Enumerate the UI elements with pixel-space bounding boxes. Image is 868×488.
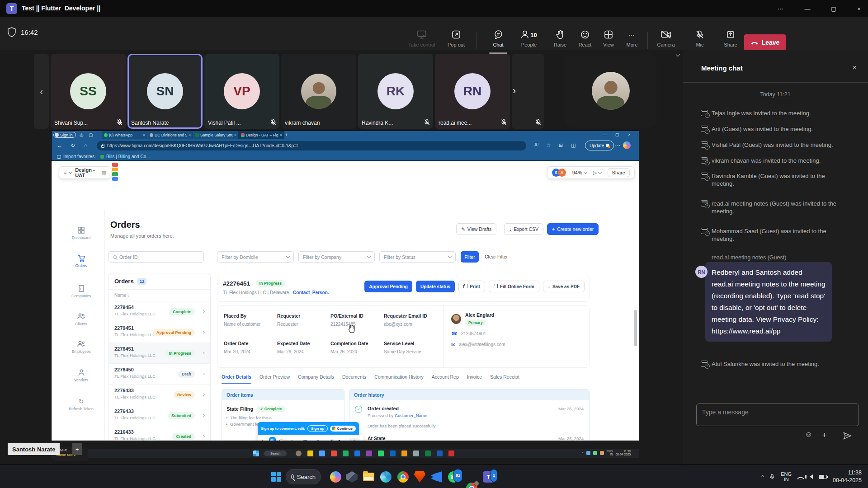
order-row[interactable]: 2276433 TL Flex Holdings LLC Submitted › [109,405,210,426]
tab-documents[interactable]: Documents [342,374,366,384]
mini-app-icon[interactable] [366,450,372,456]
order-row-selected[interactable]: 2276451 TL Flex Holdings LLC In Progress… [109,343,210,364]
tab-communication-history[interactable]: Communication History [374,374,424,384]
taskbar-clock[interactable]: 11:38 08-04-2025 [833,469,862,484]
clear-filter-button[interactable]: Clear Filter [485,254,508,259]
mini-avatar-icon[interactable] [296,450,302,456]
spotlight-tile[interactable] [565,54,656,127]
camera-options-chevron[interactable] [676,50,679,58]
sidebar-item-dashboard[interactable]: Dashboard [57,227,105,240]
tab-order-preview[interactable]: Order Preview [259,374,290,384]
approval-pending-button[interactable]: Approval Pending [364,281,412,292]
mini-app-icon[interactable] [319,450,325,456]
brave-icon[interactable] [414,471,425,483]
mini-app-icon[interactable] [448,450,454,456]
chat-message-bubble[interactable]: Redberyl and Santosh added read.ai meeti… [705,262,832,342]
filter-domicile-select[interactable]: Filter by Domicile [217,251,294,263]
sidebar-item-clients[interactable]: Clients [57,313,105,326]
chevron-down-icon[interactable] [311,439,314,441]
attach-plus-icon[interactable]: + [822,430,827,440]
view-drafts-button[interactable]: ✎ View Drafts [456,223,496,235]
chevron-down-icon[interactable] [297,439,300,441]
tab-sales-receipt[interactable]: Sales Receipt [490,374,519,384]
chat-message-input[interactable]: Type a message [696,404,859,426]
tab-close-icon[interactable]: × [234,133,236,137]
sidebar-item-companies[interactable]: Companies [57,285,105,298]
browser-tab-whatsapp[interactable]: (6) WhatsApp × [102,131,147,139]
volume-icon[interactable] [810,474,813,479]
bills-favorite-link[interactable]: Bills | Billing and Co... [100,154,150,159]
fill-online-form-button[interactable]: Fill Online Form [489,281,539,292]
mini-app-icon[interactable] [331,450,337,456]
language-indicator[interactable]: ENG IN [781,471,792,482]
leave-button[interactable]: Leave [744,34,786,51]
order-row[interactable]: 2279454 TL Flex Holdings LLC Complete › [109,301,210,322]
sidebar-item-employees[interactable]: Employees [57,341,105,354]
mini-start-icon[interactable] [253,450,259,456]
participant-tile[interactable]: VP Vishal Patil ... [204,54,279,129]
chat-close-icon[interactable]: × [853,63,857,71]
tab-invoice[interactable]: Invoice [467,374,482,384]
tab-actions-icon[interactable]: ◎ [80,132,84,137]
people-button[interactable]: 10 People [514,29,543,47]
browser-signin-button[interactable]: Sign in [53,132,76,138]
page-scrollbar[interactable] [634,310,637,346]
tab-close-icon[interactable]: × [280,133,282,137]
comment-tool-icon[interactable] [279,439,283,441]
take-control-button[interactable]: Take control [407,29,436,47]
import-favorites-button[interactable]: Import favorites [57,154,94,159]
mic-button[interactable]: Mic [685,29,714,47]
hand-tool-icon[interactable] [269,437,276,441]
export-csv-button[interactable]: ↓ Export CSV [504,223,543,235]
back-icon[interactable]: ← [57,142,62,149]
browser-close-button[interactable]: × [624,131,634,138]
gem-app-icon[interactable] [346,471,358,483]
collections-icon[interactable]: ⊞ [559,142,563,148]
share-button[interactable]: Share [716,29,745,47]
order-row[interactable]: 2216433 TL Flex Holdings LLC Created › [109,426,210,441]
vscode-icon[interactable] [431,471,442,483]
chrome-profile-icon[interactable] [466,483,477,488]
filter-company-select[interactable]: Filter by Company [298,251,375,263]
settings-dots-icon[interactable]: ⋯ [615,142,620,149]
save-as-pdf-button[interactable]: ↓ Save as PDF [543,281,585,292]
mini-tray-icon[interactable] [593,451,597,455]
mini-app-icon[interactable] [307,450,313,456]
edge-icon[interactable] [380,471,392,483]
mini-app-icon[interactable] [378,450,384,456]
figma-zoom-control[interactable]: 94% [572,170,587,175]
mini-app-icon[interactable] [343,450,349,456]
figma-present-button[interactable]: ▷ [593,170,601,176]
more-button[interactable]: ⋯ More [618,29,646,47]
tab-company-details[interactable]: Company Details [298,374,334,384]
vertical-tabs-icon[interactable]: ▢ [89,132,93,137]
figma-file-name[interactable]: Design - UAT [75,167,98,178]
print-button[interactable]: Print [458,281,485,292]
order-row[interactable]: 2276433 TL Flex Holdings LLC Review › [109,385,210,405]
tab-order-details[interactable]: Order Details [222,374,251,384]
browser-tab-figma-active[interactable]: Design - UAT – Figma × [239,131,284,139]
browser-maximize-button[interactable]: ▢ [612,131,622,138]
mini-app-icon[interactable] [401,450,407,456]
order-row[interactable]: 2276450 TL Flex Holdings LLC Draft › [109,364,210,385]
customer-name-link[interactable]: Customer_Name [395,413,427,418]
sidebar-item-vendors[interactable]: Vendors [57,369,105,382]
teams-taskbar-icon[interactable]: T 1 [483,471,494,483]
components-icon[interactable]: ❖ [337,439,341,441]
new-tab-button[interactable]: + [285,132,288,137]
start-button[interactable] [271,472,281,482]
tiles-scroll-left-button[interactable]: ‹ [34,54,49,129]
window-close-button[interactable]: × [850,0,868,17]
mini-tray-icon[interactable] [586,451,590,455]
url-input[interactable]: https://www.figma.com/design/9BKQ0FOHRWa… [97,141,526,150]
order-row[interactable]: 2279451 TL Flex Holdings LLC Approval Pe… [109,322,210,343]
participant-tile-partial[interactable] [512,54,544,129]
mini-app-icon[interactable] [425,450,431,456]
tray-mic-icon[interactable] [769,473,775,480]
reload-icon[interactable]: ↻ [71,142,75,149]
mini-tray-chevron[interactable]: ^ [582,451,584,455]
create-new-order-button[interactable]: + Create new order [547,223,599,235]
participant-tile-active-speaker[interactable]: SN Santosh Narate [127,54,203,129]
figma-pages-icon[interactable]: ▦ [102,170,106,176]
file-explorer-icon[interactable] [363,471,374,483]
